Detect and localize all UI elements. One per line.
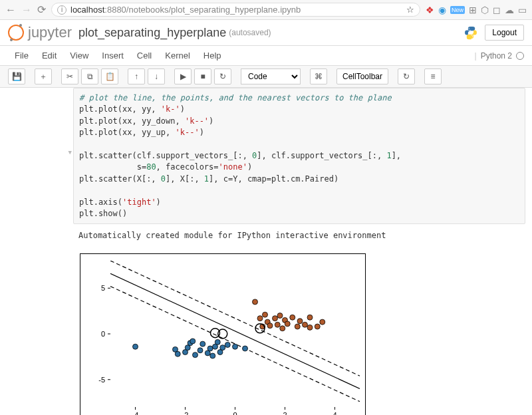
fold-arrow-icon[interactable]: ▼ (68, 149, 72, 156)
svg-text:5: 5 (101, 285, 105, 293)
svg-point-20 (190, 339, 196, 344)
url-port: :8880 (104, 5, 126, 15)
svg-point-14 (133, 345, 138, 350)
stop-button[interactable]: ■ (194, 69, 211, 84)
menu-file[interactable]: File (8, 49, 35, 63)
code-cell[interactable]: ▼ # plot the line, the points, and the n… (7, 88, 525, 224)
reload-ext-button[interactable]: ↻ (398, 69, 415, 84)
svg-point-32 (233, 345, 238, 350)
star-icon[interactable]: ☆ (406, 5, 414, 15)
toc-button[interactable]: ≡ (424, 69, 442, 84)
svg-point-50 (307, 325, 313, 331)
reload-icon[interactable]: ⟳ (37, 3, 46, 16)
url-path: /notebooks/plot_separating_hyperplane.ip… (126, 5, 301, 15)
menu-bar: File Edit View Insert Cell Kernel Help |… (0, 46, 532, 66)
python-icon (464, 25, 478, 40)
svg-point-23 (200, 341, 205, 346)
svg-point-21 (193, 352, 198, 358)
restart-button[interactable]: ↻ (214, 69, 231, 84)
menu-help[interactable]: Help (197, 49, 228, 63)
svg-point-31 (225, 343, 230, 348)
menu-insert[interactable]: Insert (95, 49, 130, 63)
jupyter-logo[interactable]: jupyter (8, 24, 72, 41)
forward-icon: → (21, 4, 32, 16)
svg-point-30 (220, 345, 225, 350)
kernel-name[interactable]: Python 2 (481, 51, 512, 61)
logout-button[interactable]: Logout (485, 25, 524, 41)
add-cell-button[interactable]: ＋ (35, 69, 52, 84)
svg-point-47 (295, 324, 300, 329)
command-palette-button[interactable]: ⌘ (310, 69, 327, 84)
info-icon[interactable]: i (57, 5, 66, 15)
svg-point-43 (280, 326, 285, 331)
back-icon[interactable]: ← (5, 4, 16, 16)
notebook-title[interactable]: plot_separating_hyperplane (78, 26, 226, 40)
ext-icon[interactable]: ❖ (426, 5, 434, 15)
svg-point-46 (290, 315, 295, 321)
menu-view[interactable]: View (63, 49, 95, 63)
ext-icon[interactable]: New (450, 6, 465, 14)
notebook-body: ▼ # plot the line, the points, and the n… (0, 88, 532, 415)
ext-icon[interactable]: ◻ (493, 5, 501, 15)
svg-point-45 (285, 321, 290, 327)
celltype-select[interactable]: Code (241, 69, 301, 84)
svg-line-12 (110, 261, 360, 376)
output-prompt (7, 227, 73, 415)
menu-cell[interactable]: Cell (130, 49, 158, 63)
svg-point-53 (307, 315, 313, 321)
run-button[interactable]: ▶ (174, 69, 192, 84)
svg-text:-5: -5 (98, 376, 105, 384)
jupyter-logo-text: jupyter (28, 24, 72, 41)
copy-button[interactable]: ⧉ (81, 69, 98, 84)
ext-icon[interactable]: ⬡ (481, 5, 489, 15)
menu-edit[interactable]: Edit (35, 49, 63, 63)
svg-text:-2: -2 (182, 411, 189, 415)
url-host: localhost (70, 5, 104, 15)
paste-button[interactable]: 📋 (101, 69, 118, 84)
celltoolbar-button[interactable]: CellToolbar (336, 69, 388, 84)
autosave-status: (autosaved) (229, 28, 271, 37)
svg-point-37 (263, 312, 268, 317)
svg-point-34 (253, 299, 258, 305)
ext-icon[interactable]: ◉ (438, 5, 446, 15)
svg-point-41 (275, 323, 280, 328)
svg-point-39 (267, 323, 273, 329)
svg-point-35 (257, 316, 263, 321)
output-cell: Automatically created module for IPython… (7, 227, 525, 415)
svg-point-16 (175, 352, 180, 357)
scatter-plot: -4-2024-505 (80, 253, 366, 415)
cut-button[interactable]: ✂ (61, 69, 78, 84)
svg-point-1 (472, 37, 473, 37)
prompt-area: ▼ (7, 88, 73, 224)
move-up-button[interactable]: ↑ (128, 69, 145, 84)
menu-kernel[interactable]: Kernel (158, 49, 197, 63)
svg-point-25 (207, 346, 213, 351)
svg-point-26 (210, 353, 215, 358)
toolbar: 💾 ＋ ✂ ⧉ 📋 ↑ ↓ ▶ ■ ↻ Code ⌘ CellToolbar ↻… (0, 66, 532, 88)
browser-chrome: ← → ⟳ i localhost:8880/notebooks/plot_se… (0, 0, 532, 20)
svg-point-42 (277, 313, 283, 319)
svg-text:0: 0 (233, 411, 237, 415)
notebook-header: jupyter plot_separating_hyperplane (auto… (0, 20, 532, 46)
jupyter-orb-icon (8, 25, 24, 41)
svg-point-49 (303, 323, 308, 328)
svg-point-40 (273, 316, 278, 321)
browser-extensions: ❖ ◉ New ⊞ ⬡ ◻ ☁ ▭ (426, 5, 527, 15)
code-input[interactable]: # plot the line, the points, and the nea… (73, 88, 525, 224)
svg-point-33 (243, 346, 248, 351)
plot-output: -4-2024-505 (73, 247, 525, 415)
svg-text:0: 0 (101, 330, 105, 338)
svg-text:-4: -4 (132, 411, 139, 415)
ext-icon[interactable]: ☁ (505, 5, 514, 15)
svg-text:2: 2 (283, 411, 287, 415)
svg-point-22 (198, 348, 203, 353)
svg-point-51 (315, 324, 320, 329)
url-bar[interactable]: i localhost:8880/notebooks/plot_separati… (51, 3, 420, 17)
svg-point-28 (215, 340, 220, 345)
ext-icon[interactable]: ▭ (518, 5, 527, 15)
move-down-button[interactable]: ↓ (148, 69, 165, 84)
svg-text:4: 4 (332, 411, 336, 415)
ext-icon[interactable]: ⊞ (469, 5, 477, 15)
save-button[interactable]: 💾 (8, 69, 25, 84)
svg-point-48 (297, 319, 303, 324)
